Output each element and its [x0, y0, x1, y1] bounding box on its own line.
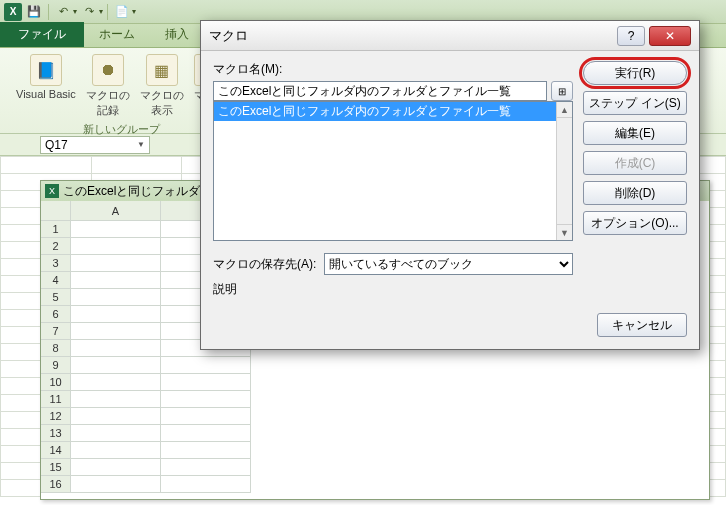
excel-file-icon: X — [45, 184, 59, 198]
vb-label: Visual Basic — [16, 88, 76, 100]
cell[interactable] — [161, 442, 251, 459]
description-label: 説明 — [213, 281, 573, 298]
row-header[interactable]: 4 — [41, 272, 71, 289]
macro-listbox[interactable]: このExcelと同じフォルダ内のフォルダとファイル一覧 ▲ ▼ — [213, 101, 573, 241]
row-header[interactable]: 14 — [41, 442, 71, 459]
cell[interactable] — [161, 459, 251, 476]
cell[interactable] — [71, 238, 161, 255]
row-header[interactable]: 5 — [41, 289, 71, 306]
help-button[interactable]: ? — [617, 26, 645, 46]
row-header[interactable]: 7 — [41, 323, 71, 340]
macro-record-button[interactable]: ⏺ マクロの 記録 — [82, 52, 134, 120]
row-header[interactable]: 2 — [41, 238, 71, 255]
name-box-value: Q17 — [45, 138, 68, 152]
row-header[interactable]: 16 — [41, 476, 71, 493]
cell[interactable] — [71, 221, 161, 238]
dialog-titlebar[interactable]: マクロ ? ✕ — [201, 21, 699, 51]
undo-dropdown-icon[interactable]: ▾ — [73, 7, 77, 16]
row-header[interactable]: 6 — [41, 306, 71, 323]
row-header[interactable]: 3 — [41, 255, 71, 272]
cancel-button[interactable]: キャンセル — [597, 313, 687, 337]
cell[interactable] — [161, 391, 251, 408]
column-header[interactable]: A — [71, 201, 161, 221]
cell[interactable] — [71, 408, 161, 425]
create-button[interactable]: 作成(C) — [583, 151, 687, 175]
row-header[interactable]: 1 — [41, 221, 71, 238]
qat-more-icon[interactable]: ▾ — [132, 7, 136, 16]
tab-insert[interactable]: 挿入 — [150, 22, 204, 47]
row-headers: 1 2 3 4 5 6 7 8 9 10 11 12 13 14 15 16 — [41, 201, 71, 493]
scroll-up-icon[interactable]: ▲ — [557, 102, 572, 118]
row-header[interactable]: 12 — [41, 408, 71, 425]
name-box-dropdown-icon[interactable]: ▼ — [137, 140, 145, 149]
macro-store-select[interactable]: 開いているすべてのブック — [324, 253, 573, 275]
options-button[interactable]: オプション(O)... — [583, 211, 687, 235]
reference-collapse-button[interactable]: ⊞ — [551, 81, 573, 101]
undo-button[interactable]: ↶ — [53, 3, 73, 21]
tab-home[interactable]: ホーム — [84, 22, 150, 47]
cell[interactable] — [71, 340, 161, 357]
delete-button[interactable]: 削除(D) — [583, 181, 687, 205]
name-box[interactable]: Q17 ▼ — [40, 136, 150, 154]
cell[interactable] — [71, 289, 161, 306]
app-icon: X — [4, 3, 22, 21]
save-button[interactable]: 💾 — [24, 3, 44, 21]
row-header[interactable]: 9 — [41, 357, 71, 374]
macro-name-label: マクロ名(M): — [213, 61, 573, 78]
redo-button[interactable]: ↷ — [79, 3, 99, 21]
tab-file[interactable]: ファイル — [0, 22, 84, 47]
macro-name-input[interactable] — [213, 81, 547, 101]
cell[interactable] — [71, 323, 161, 340]
run-button[interactable]: 実行(R) — [583, 61, 687, 85]
row-header[interactable]: 13 — [41, 425, 71, 442]
cell[interactable] — [161, 476, 251, 493]
redo-dropdown-icon[interactable]: ▾ — [99, 7, 103, 16]
qat-customize-button[interactable]: 📄 — [112, 3, 132, 21]
cell[interactable] — [71, 306, 161, 323]
record-icon: ⏺ — [92, 54, 124, 86]
cell[interactable] — [161, 374, 251, 391]
step-in-button[interactable]: ステップ イン(S) — [583, 91, 687, 115]
row-header[interactable]: 8 — [41, 340, 71, 357]
row-header[interactable]: 15 — [41, 459, 71, 476]
record-label: マクロの 記録 — [86, 88, 130, 118]
cell[interactable] — [161, 408, 251, 425]
cell[interactable] — [71, 442, 161, 459]
view-label: マクロの 表示 — [140, 88, 184, 118]
macro-store-label: マクロの保存先(A): — [213, 256, 316, 273]
separator — [107, 4, 108, 20]
cell[interactable] — [71, 391, 161, 408]
edit-button[interactable]: 編集(E) — [583, 121, 687, 145]
cell[interactable] — [71, 272, 161, 289]
workbook-title: このExcelと同じフォルダ内 — [63, 183, 212, 200]
dialog-title: マクロ — [209, 27, 248, 45]
cell[interactable] — [71, 459, 161, 476]
select-all-corner[interactable] — [41, 201, 71, 221]
cell[interactable] — [161, 425, 251, 442]
view-icon: ▦ — [146, 54, 178, 86]
cell[interactable] — [71, 425, 161, 442]
cell[interactable] — [71, 374, 161, 391]
cell[interactable] — [71, 476, 161, 493]
row-header[interactable]: 10 — [41, 374, 71, 391]
scrollbar[interactable]: ▲ ▼ — [556, 102, 572, 240]
row-header[interactable]: 11 — [41, 391, 71, 408]
separator — [48, 4, 49, 20]
cell[interactable] — [71, 357, 161, 374]
macro-list-item[interactable]: このExcelと同じフォルダ内のフォルダとファイル一覧 — [214, 102, 572, 121]
macro-dialog: マクロ ? ✕ マクロ名(M): ⊞ このExcelと同じフォルダ内のフォルダと… — [200, 20, 700, 350]
visual-basic-button[interactable]: 📘 Visual Basic — [12, 52, 80, 102]
vb-icon: 📘 — [30, 54, 62, 86]
cell[interactable] — [71, 255, 161, 272]
macro-view-button[interactable]: ▦ マクロの 表示 — [136, 52, 188, 120]
scroll-down-icon[interactable]: ▼ — [557, 224, 572, 240]
close-button[interactable]: ✕ — [649, 26, 691, 46]
cell[interactable] — [161, 357, 251, 374]
